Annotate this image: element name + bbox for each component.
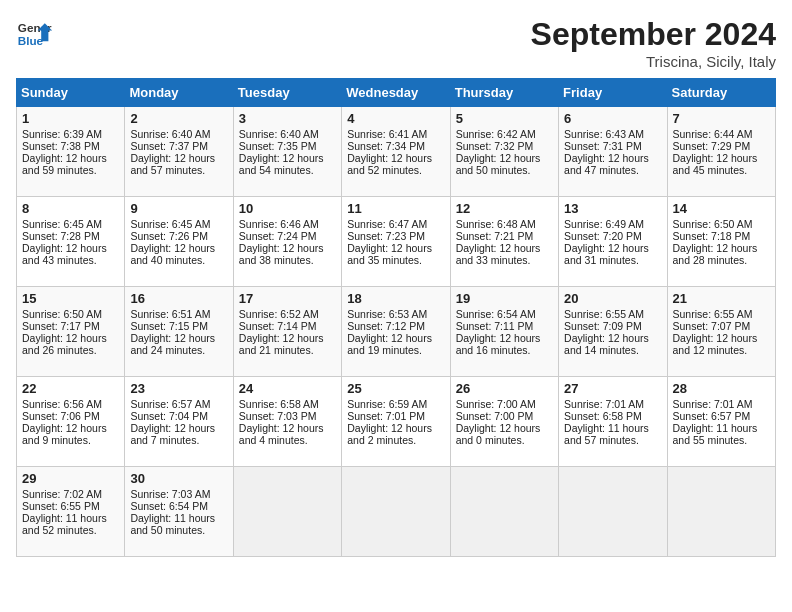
day-number: 2 (130, 111, 227, 126)
day-number: 27 (564, 381, 661, 396)
col-saturday: Saturday (667, 79, 775, 107)
daylight-text: Daylight: 12 hours and 35 minutes. (347, 242, 432, 266)
day-number: 4 (347, 111, 444, 126)
sunset-text: Sunset: 7:06 PM (22, 410, 100, 422)
sunrise-text: Sunrise: 6:58 AM (239, 398, 319, 410)
daylight-text: Daylight: 12 hours and 9 minutes. (22, 422, 107, 446)
table-row: 5Sunrise: 6:42 AMSunset: 7:32 PMDaylight… (450, 107, 558, 197)
day-number: 21 (673, 291, 770, 306)
sunset-text: Sunset: 7:18 PM (673, 230, 751, 242)
sunrise-text: Sunrise: 6:50 AM (673, 218, 753, 230)
table-row: 11Sunrise: 6:47 AMSunset: 7:23 PMDayligh… (342, 197, 450, 287)
daylight-text: Daylight: 12 hours and 24 minutes. (130, 332, 215, 356)
daylight-text: Daylight: 12 hours and 12 minutes. (673, 332, 758, 356)
day-number: 11 (347, 201, 444, 216)
sunrise-text: Sunrise: 6:55 AM (564, 308, 644, 320)
day-number: 18 (347, 291, 444, 306)
sunset-text: Sunset: 6:58 PM (564, 410, 642, 422)
daylight-text: Daylight: 12 hours and 47 minutes. (564, 152, 649, 176)
sunset-text: Sunset: 7:00 PM (456, 410, 534, 422)
sunrise-text: Sunrise: 6:41 AM (347, 128, 427, 140)
table-row: 29Sunrise: 7:02 AMSunset: 6:55 PMDayligh… (17, 467, 125, 557)
sunset-text: Sunset: 7:01 PM (347, 410, 425, 422)
table-row: 7Sunrise: 6:44 AMSunset: 7:29 PMDaylight… (667, 107, 775, 197)
sunset-text: Sunset: 7:37 PM (130, 140, 208, 152)
table-row (233, 467, 341, 557)
day-number: 16 (130, 291, 227, 306)
col-thursday: Thursday (450, 79, 558, 107)
sunset-text: Sunset: 7:17 PM (22, 320, 100, 332)
daylight-text: Daylight: 12 hours and 26 minutes. (22, 332, 107, 356)
logo: General Blue (16, 16, 52, 52)
day-number: 25 (347, 381, 444, 396)
day-number: 17 (239, 291, 336, 306)
table-row: 16Sunrise: 6:51 AMSunset: 7:15 PMDayligh… (125, 287, 233, 377)
table-row: 6Sunrise: 6:43 AMSunset: 7:31 PMDaylight… (559, 107, 667, 197)
day-number: 19 (456, 291, 553, 306)
sunrise-text: Sunrise: 6:54 AM (456, 308, 536, 320)
sunrise-text: Sunrise: 6:50 AM (22, 308, 102, 320)
daylight-text: Daylight: 12 hours and 0 minutes. (456, 422, 541, 446)
table-row: 13Sunrise: 6:49 AMSunset: 7:20 PMDayligh… (559, 197, 667, 287)
sunset-text: Sunset: 7:21 PM (456, 230, 534, 242)
sunrise-text: Sunrise: 6:56 AM (22, 398, 102, 410)
day-number: 15 (22, 291, 119, 306)
table-row: 30Sunrise: 7:03 AMSunset: 6:54 PMDayligh… (125, 467, 233, 557)
sunset-text: Sunset: 7:23 PM (347, 230, 425, 242)
sunrise-text: Sunrise: 6:47 AM (347, 218, 427, 230)
day-number: 28 (673, 381, 770, 396)
sunrise-text: Sunrise: 7:01 AM (673, 398, 753, 410)
day-number: 24 (239, 381, 336, 396)
daylight-text: Daylight: 12 hours and 50 minutes. (456, 152, 541, 176)
daylight-text: Daylight: 12 hours and 19 minutes. (347, 332, 432, 356)
table-row: 4Sunrise: 6:41 AMSunset: 7:34 PMDaylight… (342, 107, 450, 197)
daylight-text: Daylight: 12 hours and 40 minutes. (130, 242, 215, 266)
sunrise-text: Sunrise: 7:03 AM (130, 488, 210, 500)
month-title: September 2024 (531, 16, 776, 53)
day-number: 22 (22, 381, 119, 396)
location-title: Triscina, Sicily, Italy (531, 53, 776, 70)
day-number: 5 (456, 111, 553, 126)
sunrise-text: Sunrise: 7:00 AM (456, 398, 536, 410)
sunset-text: Sunset: 7:03 PM (239, 410, 317, 422)
daylight-text: Daylight: 12 hours and 38 minutes. (239, 242, 324, 266)
sunset-text: Sunset: 7:35 PM (239, 140, 317, 152)
table-row: 28Sunrise: 7:01 AMSunset: 6:57 PMDayligh… (667, 377, 775, 467)
header: General Blue September 2024 Triscina, Si… (16, 16, 776, 70)
sunset-text: Sunset: 7:15 PM (130, 320, 208, 332)
daylight-text: Daylight: 11 hours and 57 minutes. (564, 422, 649, 446)
sunrise-text: Sunrise: 6:39 AM (22, 128, 102, 140)
sunset-text: Sunset: 7:14 PM (239, 320, 317, 332)
daylight-text: Daylight: 11 hours and 55 minutes. (673, 422, 758, 446)
sunset-text: Sunset: 7:29 PM (673, 140, 751, 152)
title-area: September 2024 Triscina, Sicily, Italy (531, 16, 776, 70)
sunrise-text: Sunrise: 6:51 AM (130, 308, 210, 320)
day-number: 1 (22, 111, 119, 126)
table-row: 2Sunrise: 6:40 AMSunset: 7:37 PMDaylight… (125, 107, 233, 197)
table-row: 3Sunrise: 6:40 AMSunset: 7:35 PMDaylight… (233, 107, 341, 197)
table-row: 19Sunrise: 6:54 AMSunset: 7:11 PMDayligh… (450, 287, 558, 377)
table-row: 9Sunrise: 6:45 AMSunset: 7:26 PMDaylight… (125, 197, 233, 287)
sunset-text: Sunset: 7:26 PM (130, 230, 208, 242)
sunrise-text: Sunrise: 6:49 AM (564, 218, 644, 230)
col-tuesday: Tuesday (233, 79, 341, 107)
day-number: 12 (456, 201, 553, 216)
sunrise-text: Sunrise: 6:55 AM (673, 308, 753, 320)
sunrise-text: Sunrise: 7:01 AM (564, 398, 644, 410)
logo-icon: General Blue (16, 16, 52, 52)
table-row: 22Sunrise: 6:56 AMSunset: 7:06 PMDayligh… (17, 377, 125, 467)
sunset-text: Sunset: 7:24 PM (239, 230, 317, 242)
day-number: 26 (456, 381, 553, 396)
daylight-text: Daylight: 12 hours and 45 minutes. (673, 152, 758, 176)
calendar-week-row: 29Sunrise: 7:02 AMSunset: 6:55 PMDayligh… (17, 467, 776, 557)
sunset-text: Sunset: 7:28 PM (22, 230, 100, 242)
sunrise-text: Sunrise: 6:45 AM (130, 218, 210, 230)
col-sunday: Sunday (17, 79, 125, 107)
table-row (559, 467, 667, 557)
table-row: 25Sunrise: 6:59 AMSunset: 7:01 PMDayligh… (342, 377, 450, 467)
sunrise-text: Sunrise: 6:53 AM (347, 308, 427, 320)
sunrise-text: Sunrise: 6:40 AM (130, 128, 210, 140)
day-number: 23 (130, 381, 227, 396)
daylight-text: Daylight: 12 hours and 33 minutes. (456, 242, 541, 266)
sunset-text: Sunset: 7:31 PM (564, 140, 642, 152)
